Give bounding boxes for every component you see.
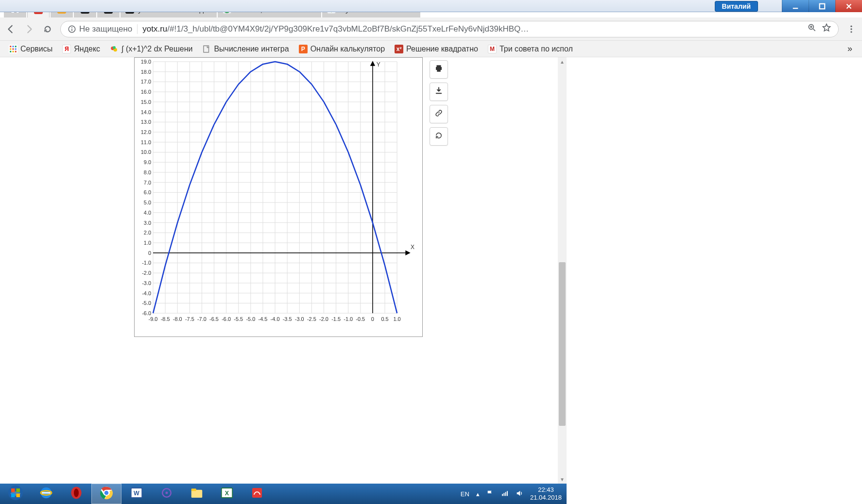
svg-text:-5.0: -5.0 <box>142 300 151 306</box>
zoom-icon[interactable] <box>807 23 817 35</box>
address-bar[interactable]: Не защищено yotx.ru/#!1/3_h/ubl/tb@0YM4X… <box>60 21 839 37</box>
svg-rect-144 <box>507 491 508 496</box>
reload-button[interactable] <box>42 23 53 35</box>
print-button[interactable] <box>430 60 448 79</box>
chart-panel: XY-6.0-5.0-4.0-3.0-2.0-1.001.02.03.04.05… <box>134 57 423 337</box>
app5-icon <box>159 486 174 502</box>
svg-text:-8.0: -8.0 <box>173 316 182 322</box>
svg-text:-1.0: -1.0 <box>344 316 353 322</box>
back-button[interactable] <box>5 23 17 35</box>
bookmark-item[interactable]: ЯЯндекс <box>59 43 103 55</box>
taskbar-app-explorer[interactable] <box>182 484 212 504</box>
taskbar-app-excel[interactable]: X <box>212 484 242 504</box>
tray-chevron-icon[interactable]: ▴ <box>476 490 480 498</box>
svg-text:-7.0: -7.0 <box>197 316 207 322</box>
window-maximize-button[interactable] <box>809 0 835 12</box>
svg-text:4.0: 4.0 <box>144 210 151 216</box>
svg-text:-2.5: -2.5 <box>307 316 316 322</box>
taskbar-clock[interactable]: 22:43 21.04.2018 <box>530 486 562 502</box>
svg-text:19.0: 19.0 <box>141 59 151 65</box>
bookmark-label: Решение квадратно <box>406 45 478 53</box>
scrollbar-up-arrow[interactable]: ▲ <box>558 57 567 66</box>
bookmarks-overflow-button[interactable]: » <box>844 44 856 54</box>
scrollbar-thumb[interactable] <box>559 262 566 426</box>
taskbar-app-chrome[interactable] <box>91 484 121 504</box>
taskbar-app-opera[interactable] <box>61 484 91 504</box>
bookmark-label: ∫ (x+1)^2 dx Решени <box>121 45 192 53</box>
svg-rect-15 <box>10 50 11 52</box>
bookmark-item[interactable]: x²Решение квадратно <box>392 43 481 55</box>
svg-text:7.0: 7.0 <box>144 180 151 185</box>
svg-text:-3.5: -3.5 <box>283 316 292 322</box>
ie-icon <box>39 486 53 502</box>
svg-text:-4.5: -4.5 <box>259 316 268 322</box>
taskbar-app-start[interactable] <box>0 484 31 504</box>
page-scrollbar[interactable]: ▲ ▼ <box>558 57 567 484</box>
download-button[interactable] <box>430 83 448 101</box>
bookmark-label: Сервисы <box>20 45 52 53</box>
taskbar-app-app8[interactable] <box>242 484 272 504</box>
info-icon <box>68 25 76 34</box>
svg-point-126 <box>74 488 79 497</box>
scrollbar-down-arrow[interactable]: ▼ <box>558 475 567 484</box>
bookmark-item[interactable]: Сервисы <box>6 43 55 55</box>
svg-text:8.0: 8.0 <box>144 169 151 175</box>
browser-toolbar: Не защищено yotx.ru/#!1/3_h/ubl/tb@0YM4X… <box>0 17 862 41</box>
bookmark-item[interactable]: PОнлайн калькулятор <box>296 43 388 55</box>
svg-rect-12 <box>10 48 11 50</box>
chrome-menu-button[interactable] <box>845 23 857 35</box>
omnibox-divider <box>137 24 138 34</box>
svg-text:-0.5: -0.5 <box>356 316 365 322</box>
svg-text:12.0: 12.0 <box>141 129 151 135</box>
svg-text:0: 0 <box>371 316 374 322</box>
svg-text:16.0: 16.0 <box>141 89 151 95</box>
svg-rect-14 <box>15 48 17 50</box>
bookmark-item[interactable]: ∫ (x+1)^2 dx Решени <box>107 43 195 55</box>
svg-marker-70 <box>406 251 410 255</box>
share-link-button[interactable] <box>430 105 448 123</box>
forward-button[interactable] <box>23 23 35 35</box>
svg-text:2.0: 2.0 <box>144 230 151 235</box>
word-icon: W <box>129 486 144 502</box>
bookmark-star-icon[interactable] <box>822 23 831 35</box>
share-link-icon <box>434 109 443 119</box>
excel-icon: X <box>220 486 234 502</box>
svg-point-7 <box>850 28 852 30</box>
window-close-button[interactable] <box>835 0 862 12</box>
bookmark-item[interactable]: Вычисление интегра <box>199 43 292 55</box>
tray-network-icon[interactable] <box>501 489 509 499</box>
svg-text:-6.5: -6.5 <box>209 316 219 322</box>
bookmark-item[interactable]: MТри совета по испол <box>485 43 576 55</box>
svg-text:-7.5: -7.5 <box>185 316 194 322</box>
svg-text:-6.0: -6.0 <box>142 310 151 316</box>
bookmark-label: Вычисление интегра <box>214 45 289 53</box>
apps-icon <box>9 45 17 53</box>
opera-icon <box>69 486 84 502</box>
svg-text:11.0: 11.0 <box>141 139 151 145</box>
window-minimize-button[interactable] <box>782 0 809 12</box>
tray-flag-icon[interactable] <box>486 489 494 499</box>
svg-text:-5.0: -5.0 <box>246 316 255 322</box>
download-icon <box>434 86 443 97</box>
svg-marker-72 <box>371 62 375 66</box>
taskbar-lang[interactable]: EN <box>461 490 469 498</box>
taskbar-app-word[interactable]: W <box>121 484 152 504</box>
taskbar-app-app5[interactable] <box>152 484 182 504</box>
taskbar-time: 22:43 <box>530 486 562 494</box>
svg-text:Y: Y <box>377 61 380 68</box>
svg-rect-16 <box>13 50 14 52</box>
reload-button[interactable] <box>430 127 448 146</box>
svg-rect-142 <box>503 493 504 496</box>
svg-text:17.0: 17.0 <box>141 79 151 84</box>
tray-volume-icon[interactable] <box>516 489 523 499</box>
svg-text:-5.5: -5.5 <box>234 316 243 322</box>
security-label: Не защищено <box>79 24 132 34</box>
svg-rect-140 <box>252 488 262 498</box>
svg-rect-9 <box>10 46 11 47</box>
svg-text:13.0: 13.0 <box>141 119 151 125</box>
svg-text:0: 0 <box>148 250 151 256</box>
taskbar-app-ie[interactable] <box>31 484 61 504</box>
svg-text:5.0: 5.0 <box>144 200 151 205</box>
svg-text:X: X <box>411 244 414 251</box>
svg-text:10.0: 10.0 <box>141 149 151 155</box>
